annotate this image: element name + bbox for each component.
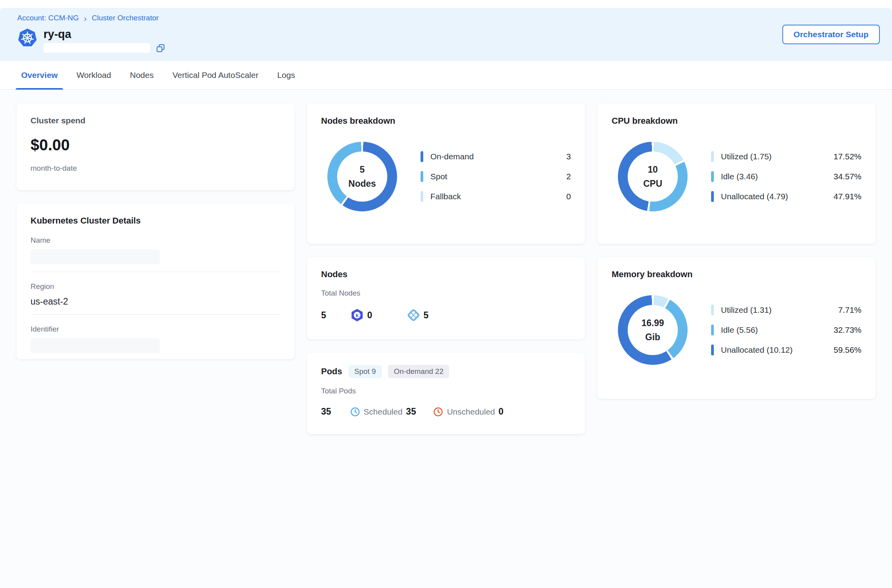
nodes-breakdown-card: Nodes breakdown 5 Nodes On-demand 3: [307, 104, 585, 244]
unscheduled-pods-stat: Unscheduled 0: [433, 406, 503, 417]
top-whitespace: [0, 0, 892, 8]
memory-breakdown-body: 16.99 Gib Utilized (1.31) 7.71% Idle (5.: [612, 295, 861, 365]
legend-label: Utilized (1.31): [721, 305, 772, 315]
legend-item-unallocated: Unallocated (10.12) 59.56%: [711, 345, 861, 355]
nodes-breakdown-title: Nodes breakdown: [321, 116, 571, 126]
memory-donut-value: 16.99: [641, 318, 664, 328]
legend-marker: [711, 325, 714, 335]
total-nodes-label: Total Nodes: [321, 289, 571, 298]
cpu-breakdown-title: CPU breakdown: [612, 116, 861, 126]
spot-diamond-icon: [407, 308, 420, 322]
legend-label: Idle (3.46): [721, 172, 758, 181]
scheduled-label: Scheduled: [364, 407, 403, 417]
cluster-details-card: Kubernetes Cluster Details Name Region u…: [16, 204, 294, 359]
cpu-donut-center: 10 CPU: [628, 152, 678, 202]
spot-nodes-stat: 5: [407, 308, 429, 322]
cpu-donut-chart: 10 CPU: [618, 142, 688, 211]
legend-marker: [421, 191, 423, 202]
legend-item-on-demand: On-demand 3: [421, 151, 571, 162]
pods-title: Pods: [321, 366, 342, 377]
cluster-id-row: [43, 43, 165, 53]
memory-donut-label: Gib: [645, 332, 660, 343]
breadcrumb-account-link[interactable]: Account: CCM-NG: [17, 14, 79, 22]
legend-marker: [421, 151, 423, 162]
cpu-breakdown-legend: Utilized (1.75) 17.52% Idle (3.46) 34.57…: [711, 151, 861, 202]
tab-workload[interactable]: Workload: [71, 61, 116, 89]
spot-pods-badge: Spot 9: [348, 365, 382, 378]
tab-vertical-pod-autoscaler[interactable]: Vertical Pod AutoScaler: [167, 61, 264, 89]
legend-item-utilized: Utilized (1.31) 7.71%: [711, 305, 861, 316]
memory-breakdown-card: Memory breakdown 16.99 Gib Utilized (1.3…: [598, 257, 876, 399]
legend-item-fallback: Fallback 0: [421, 191, 571, 202]
legend-marker: [711, 305, 714, 316]
legend-value: 59.56%: [834, 345, 861, 355]
breadcrumb-cluster-orchestrator-link[interactable]: Cluster Orchestrator: [92, 14, 159, 22]
legend-label: Idle (5.56): [721, 325, 758, 335]
cluster-name: ry-qa: [43, 28, 165, 40]
nodes-donut-center: 5 Nodes: [337, 152, 387, 202]
karpenter-nodes-stat: k 0: [350, 308, 372, 322]
cpu-breakdown-card: CPU breakdown 10 CPU Utilized (1.75) 17.…: [598, 104, 876, 244]
page-header: Account: CCM-NG › Cluster Orchestrator: [0, 8, 892, 61]
copy-icon[interactable]: [156, 43, 165, 53]
column-right: CPU breakdown 10 CPU Utilized (1.75) 17.…: [598, 104, 876, 399]
pods-title-row: Pods Spot 9 On-demand 22: [321, 365, 571, 378]
identifier-field-redacted-value: [31, 338, 160, 353]
unscheduled-value: 0: [498, 406, 504, 417]
scheduled-pods-stat: Scheduled 35: [350, 406, 416, 417]
nodes-breakdown-legend: On-demand 3 Spot 2 Fallback 0: [421, 151, 571, 202]
cluster-spend-title: Cluster spend: [31, 116, 280, 125]
legend-value: 2: [566, 172, 571, 181]
memory-breakdown-title: Memory breakdown: [612, 269, 861, 280]
legend-label: On-demand: [430, 152, 474, 161]
karpenter-nodes-value: 0: [367, 310, 372, 321]
page: Account: CCM-NG › Cluster Orchestrator: [0, 0, 892, 448]
total-pods-value: 35: [321, 406, 331, 417]
nodes-card: Nodes Total Nodes 5 k 0: [307, 257, 585, 339]
nodes-donut-chart: 5 Nodes: [327, 142, 397, 211]
total-pods-label: Total Pods: [321, 387, 571, 395]
legend-item-idle: Idle (5.56) 32.73%: [711, 325, 861, 335]
legend-value: 32.73%: [834, 325, 861, 335]
legend-label: Fallback: [430, 192, 461, 201]
region-field-label: Region: [31, 282, 280, 291]
divider: [31, 314, 280, 315]
nodes-stats-row: 5 k 0: [321, 308, 571, 322]
region-field-value: us-east-2: [31, 296, 280, 307]
pods-card: Pods Spot 9 On-demand 22 Total Pods 35 S…: [307, 353, 585, 434]
cpu-donut-label: CPU: [643, 179, 663, 189]
orchestrator-setup-button[interactable]: Orchestrator Setup: [782, 25, 880, 44]
legend-value: 3: [566, 152, 571, 161]
legend-label: Utilized (1.75): [721, 152, 772, 161]
memory-breakdown-legend: Utilized (1.31) 7.71% Idle (5.56) 32.73%…: [711, 305, 861, 355]
legend-value: 34.57%: [834, 172, 861, 181]
tab-logs[interactable]: Logs: [272, 61, 301, 89]
divider: [31, 272, 280, 272]
scheduled-clock-icon: [350, 407, 360, 417]
nodes-title: Nodes: [321, 269, 571, 280]
legend-value: 0: [566, 192, 571, 201]
scheduled-value: 35: [406, 406, 416, 417]
legend-value: 17.52%: [834, 152, 861, 161]
breadcrumb: Account: CCM-NG › Cluster Orchestrator: [17, 14, 875, 22]
pods-stats-row: 35 Scheduled 35 Unscheduled 0: [321, 406, 571, 417]
spot-nodes-value: 5: [424, 310, 429, 321]
svg-text:k: k: [356, 312, 359, 318]
cluster-spend-card: Cluster spend $0.00 month-to-date: [16, 104, 294, 190]
unscheduled-clock-icon: [433, 407, 443, 417]
overview-content: Cluster spend $0.00 month-to-date Kubern…: [0, 90, 892, 448]
cluster-title-block: ry-qa: [43, 28, 165, 53]
name-field-label: Name: [31, 236, 280, 245]
column-left: Cluster spend $0.00 month-to-date Kubern…: [16, 104, 294, 359]
memory-donut-center: 16.99 Gib: [628, 305, 678, 355]
tab-overview[interactable]: Overview: [16, 61, 63, 89]
cpu-donut-value: 10: [648, 164, 658, 175]
cluster-id-redacted: [43, 43, 150, 53]
tab-nodes[interactable]: Nodes: [125, 61, 159, 89]
legend-item-idle: Idle (3.46) 34.57%: [711, 171, 861, 182]
legend-item-unallocated: Unallocated (4.79) 47.91%: [711, 191, 861, 202]
kubernetes-icon: [17, 28, 38, 48]
legend-label: Spot: [430, 172, 447, 181]
cluster-details-title: Kubernetes Cluster Details: [31, 216, 280, 226]
name-field-redacted-value: [31, 249, 160, 264]
